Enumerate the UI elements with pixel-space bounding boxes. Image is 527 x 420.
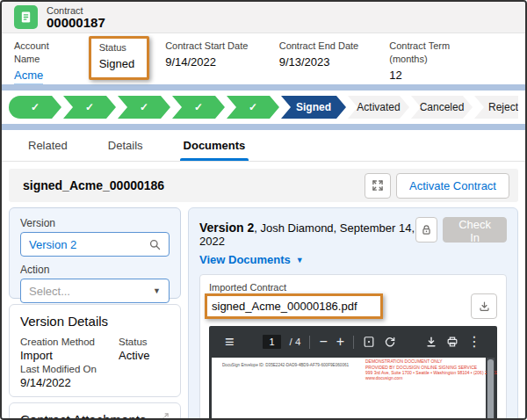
version-input-value: Version 2 [29,238,149,251]
print-icon[interactable] [446,336,458,348]
rotate-icon[interactable] [384,336,396,348]
zoom-out-icon[interactable]: − [319,335,327,349]
account-link[interactable]: Acme [14,68,43,84]
field-label: Account Name [14,40,74,66]
version-actions: Check In [415,217,507,243]
file-name-link[interactable]: signed_Acme_00000186.pdf [212,300,357,313]
stage-signed[interactable]: Signed [281,96,346,119]
check-icon: ✓ [249,101,257,113]
check-icon: ✓ [140,101,148,113]
contract-attachments-title: Contract Attachments [20,412,146,418]
path-assistant: ✓ ✓ ✓ ✓ ✓ Signed Activated Canceled Reje… [2,91,525,124]
more-options-icon[interactable]: ⋮ [467,335,481,349]
status-label: Status [119,336,170,348]
pdf-body: DocuSign Envelope ID: D35E2242-DAD9-4BD9… [209,358,497,418]
imported-contract-label: Imported Contract [209,282,497,293]
highlights-panel: Account Name Acme Status Signed Contract… [2,33,525,84]
stage-complete-1[interactable]: ✓ [9,96,61,119]
tab-documents[interactable]: Documents [184,130,246,161]
tab-related[interactable]: Related [28,130,68,161]
stage-rejected[interactable]: Rejected [474,96,518,119]
page-gap [2,124,525,130]
download-icon [479,301,490,312]
version-title: Version 2 [199,221,254,235]
version-title-line: Version 2, Josh Diamond, September 14, 2… [199,217,415,248]
demo-line: www.docusign.com [365,376,491,381]
version-search-input[interactable]: Version 2 [20,232,170,257]
pdf-download-icon[interactable] [425,336,437,348]
chevron-down-icon: ▼ [296,256,304,264]
contract-entity-icon [14,5,38,29]
section-actions: Activate Contract [365,173,509,199]
imported-contract-card: Imported Contract signed_Acme_00000186.p… [199,274,507,418]
chevron-down-icon: ▼ [153,286,161,295]
zoom-in-icon[interactable]: + [336,335,344,349]
lock-icon [421,224,432,235]
record-header: Contract 00000187 [2,2,525,33]
content-columns: Version Version 2 Action Select... ▼ Ver [9,207,518,418]
search-icon [149,239,161,250]
stage-activated[interactable]: Activated [348,96,409,119]
field-label: Contract Start Date [165,40,256,53]
status-annotation-box: Status Signed [89,36,149,80]
toolbar-divider [353,336,354,349]
version-header: Version 2, Josh Diamond, September 14, 2… [199,217,507,248]
document-title: signed_Acme_00000186 [23,178,164,192]
expand-icon [372,179,384,192]
view-documents-menu[interactable]: View Documents ▼ [199,253,507,266]
field-end-date: Contract End Date 9/13/2023 [279,40,367,70]
field-account-name: Account Name Acme [14,40,74,84]
record-number: 00000187 [47,16,105,30]
toolbar-divider [309,336,310,349]
version-details-fields: Creation Method Status Import Active Las… [20,336,170,390]
field-label: Contract End Date [279,40,367,53]
check-in-button[interactable]: Check In [443,217,507,243]
docusign-demo-stamp: DEMONSTRATION DOCUMENT ONLY PROVIDED BY … [365,359,491,381]
download-button[interactable] [471,293,497,319]
page-gap [2,84,525,91]
lock-button[interactable] [415,217,437,243]
last-modified-value: 9/14/2022 [20,375,115,390]
field-status: Status Signed [99,41,134,72]
page-count: / 4 [290,337,301,347]
stage-complete-4[interactable]: ✓ [172,96,225,119]
record-tabs: Related Details Documents [2,130,525,162]
field-value: 9/14/2022 [165,54,256,70]
pdf-viewer: ≡ 1 / 4 − + [209,326,497,418]
pdf-scrollbar[interactable] [487,358,495,418]
activate-contract-button[interactable]: Activate Contract [396,173,509,199]
menu-icon[interactable]: ≡ [225,334,235,350]
document-icon [19,11,32,24]
view-documents-label: View Documents [199,253,291,266]
tab-details[interactable]: Details [108,130,143,161]
version-preview-panel: Version 2, Josh Diamond, September 14, 2… [188,207,518,418]
stage-complete-5[interactable]: ✓ [227,96,279,119]
pdf-scrollbar-thumb[interactable] [487,359,494,418]
pdf-toolbar: ≡ 1 / 4 − + [209,326,497,358]
field-label: Contract Term (months) [389,40,490,66]
stage-complete-2[interactable]: ✓ [63,96,116,119]
resize-handle-icon[interactable] [159,412,170,418]
record-header-text: Contract 00000187 [47,5,105,30]
action-placeholder: Select... [29,285,153,298]
stage-canceled[interactable]: Canceled [411,96,473,119]
action-label: Action [20,264,170,276]
version-label: Version [20,217,170,229]
fit-page-icon[interactable] [363,336,375,348]
documents-tab-panel: signed_Acme_00000186 Activate Contract V… [2,162,525,418]
version-details-title: Version Details [20,314,170,329]
page-number-input[interactable]: 1 [263,335,280,349]
action-select[interactable]: Select... ▼ [20,279,170,303]
contract-attachments-card: Contract Attachments [9,402,181,418]
field-start-date: Contract Start Date 9/14/2022 [165,40,256,70]
left-sidebar: Version Version 2 Action Select... ▼ Ver [9,207,181,418]
creation-method-label: Creation Method [20,336,115,348]
stage-complete-3[interactable]: ✓ [118,96,170,119]
creation-method-value: Import [20,348,115,363]
file-row: signed_Acme_00000186.pdf [209,293,497,319]
version-selector-card: Version Version 2 Action Select... ▼ [9,207,181,299]
expand-button[interactable] [365,173,391,199]
docusign-envelope-id: DocuSign Envelope ID: D35E2242-DAD9-4BD9… [222,363,349,367]
status-value: Active [119,348,170,363]
last-modified-label: Last Modified On [20,363,115,375]
